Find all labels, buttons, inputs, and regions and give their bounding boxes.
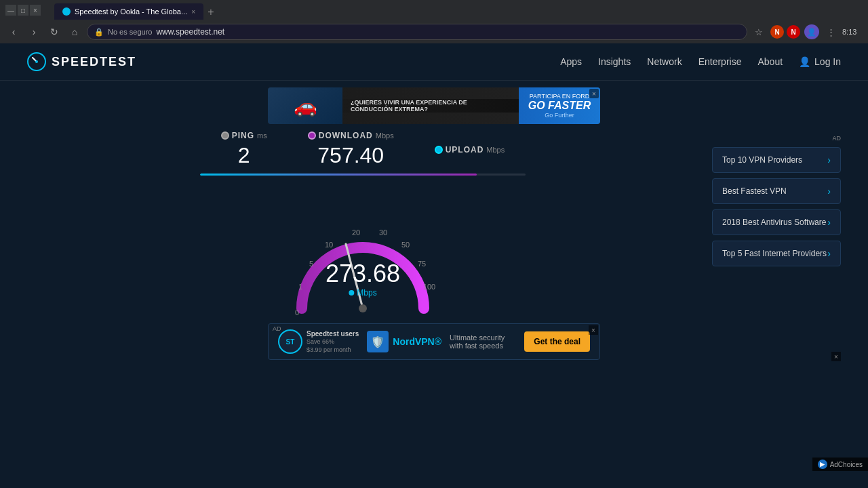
extension-icon-2[interactable]: N [787, 25, 800, 39]
active-tab[interactable]: Speedtest by Ookla - The Globa... × [54, 3, 203, 20]
tab-close-icon[interactable]: × [191, 8, 195, 16]
profile-icon[interactable]: 👤 [804, 24, 819, 39]
sidebar-ad-antivirus[interactable]: 2018 Best Antivirus Software › [712, 209, 841, 235]
browser-window: — □ × Speedtest by Ookla - The Globa... … [0, 0, 868, 488]
sidebar-ad-fastest-vpn[interactable]: Best Fastest VPN › [712, 178, 841, 204]
gauge-unit-text: Mbps [357, 288, 376, 298]
nav-enterprise[interactable]: Enterprise [698, 56, 742, 67]
nav-apps[interactable]: Apps [560, 56, 582, 67]
nav-insights[interactable]: Insights [598, 56, 631, 67]
ping-stat: PING ms 2 [221, 131, 267, 168]
svg-text:50: 50 [401, 241, 410, 249]
page-content: SPEEDTEST Apps Insights Network Enterpri… [0, 43, 868, 471]
badge-price: $3.99 per month [307, 346, 351, 353]
logo-text: SPEEDTEST [52, 55, 136, 69]
speedtest-recommended: Speedtest users [307, 329, 359, 338]
sidebar-arrow-4: › [827, 248, 831, 259]
progress-line [200, 174, 526, 176]
person-icon: 👤 [799, 56, 810, 67]
nav-links: Apps Insights Network Enterprise About 👤… [560, 56, 841, 67]
address-bar-row: ‹ › ↻ ⌂ 🔒 No es seguro www.speedtest.net… [0, 20, 868, 43]
tab-bar: Speedtest by Ookla - The Globa... × + [49, 1, 863, 20]
bottom-ad-label: AD [273, 325, 281, 332]
top-ad-headline: ¿QUIERES VIVIR UNA EXPERIENCIA DE CONDUC… [351, 99, 511, 113]
browser-controls: — □ × [5, 5, 41, 16]
svg-text:5: 5 [309, 260, 313, 268]
home-button[interactable]: ⌂ [66, 24, 83, 40]
bottom-ad-banner: AD ST Speedtest users Save 66% $3.99 per… [268, 323, 600, 360]
svg-point-3 [359, 304, 367, 312]
top-ad-close[interactable]: × [589, 89, 599, 98]
extensions-area: N N [770, 25, 800, 39]
reload-button[interactable]: ↻ [46, 24, 62, 40]
badge-save: Save 66% [307, 338, 334, 345]
get-deal-button[interactable]: Get the deal [524, 331, 590, 352]
url-text: www.speedtest.net [156, 27, 224, 37]
speedtest-badge-icon: ST [278, 329, 302, 354]
browser-titlebar: — □ × Speedtest by Ookla - The Globa... … [0, 0, 868, 20]
upload-stat: UPLOAD Mbps [435, 145, 505, 155]
svg-text:100: 100 [423, 283, 435, 291]
new-tab-button[interactable]: + [203, 5, 218, 20]
not-secure-label: No es seguro [108, 28, 152, 36]
login-label: Log In [814, 56, 841, 67]
browser-time: 8:13 [842, 28, 863, 36]
top-ad-cta-text: PARTICIPA EN FORD [530, 93, 590, 100]
lock-icon: 🔒 [94, 28, 104, 37]
svg-text:20: 20 [352, 228, 360, 237]
download-value: 757.40 [317, 143, 384, 168]
top-ad-cta[interactable]: PARTICIPA EN FORD GO FASTER Go Further [519, 87, 600, 124]
bookmark-button[interactable]: ☆ [751, 24, 766, 39]
tab-title: Speedtest by Ookla - The Globa... [75, 7, 187, 16]
ping-icon [221, 131, 229, 140]
nav-network[interactable]: Network [647, 56, 682, 67]
nordvpn-name: NordVPN® [393, 336, 441, 347]
sidebar-ads-close[interactable]: × [831, 352, 841, 361]
top-ad-banner[interactable]: 🚗 ¿QUIERES VIVIR UNA EXPERIENCIA DE COND… [268, 87, 600, 124]
download-stat: DOWNLOAD Mbps 757.40 [308, 131, 394, 168]
extension-icon-1[interactable]: N [770, 25, 784, 39]
speedtest-badge: ST Speedtest users Save 66% $3.99 per mo… [278, 329, 359, 354]
top-ad-container: AD 🚗 ¿QUIERES VIVIR UNA EXPERIENCIA DE C… [268, 87, 600, 124]
download-unit: Mbps [376, 131, 394, 140]
nordvpn-shield-icon: 🛡️ [367, 331, 389, 352]
svg-point-1 [35, 60, 38, 63]
bottom-ad-close[interactable]: × [589, 325, 598, 335]
gauge-svg: 0 1 5 10 20 30 50 75 100 [281, 180, 444, 329]
address-bar[interactable]: 🔒 No es seguro www.speedtest.net [87, 24, 747, 40]
nav-login[interactable]: 👤 Log In [799, 56, 841, 67]
sidebar-ad-label: AD [712, 135, 841, 142]
svg-text:30: 30 [379, 228, 387, 237]
svg-text:1: 1 [298, 283, 302, 291]
svg-text:0: 0 [295, 308, 299, 317]
sidebar-ads: AD Top 10 VPN Providers › Best Fastest V… [712, 131, 841, 360]
gauge-unit-dot [349, 290, 354, 296]
svg-text:10: 10 [325, 241, 333, 249]
sidebar-ad-internet[interactable]: Top 5 Fast Internet Providers › [712, 241, 841, 266]
upload-unit: Mbps [486, 146, 505, 154]
bottom-ad-description: Ultimate security with fast speeds [450, 333, 516, 350]
minimize-button[interactable]: — [5, 5, 16, 16]
adchoices-bar[interactable]: ▶ AdChoices [812, 458, 868, 471]
go-faster-text: GO FASTER [528, 100, 591, 112]
sidebar-ad-vpn-providers[interactable]: Top 10 VPN Providers › [712, 147, 841, 173]
ping-label: PING [232, 131, 254, 140]
car-icon: 🚗 [294, 95, 317, 117]
nordvpn-text: NordVPN [393, 336, 434, 347]
gauge-unit: Mbps [349, 288, 376, 298]
close-button[interactable]: × [30, 5, 41, 16]
adchoices-icon: ▶ [818, 460, 827, 469]
back-button[interactable]: ‹ [5, 24, 22, 40]
sidebar-ad-text-2: Best Fastest VPN [722, 186, 787, 196]
menu-button[interactable]: ⋮ [823, 24, 838, 39]
download-label: DOWNLOAD [319, 131, 373, 140]
forward-button[interactable]: › [26, 24, 42, 40]
logo-area: SPEEDTEST [27, 52, 136, 71]
sidebar-arrow-1: › [827, 155, 831, 165]
nav-about[interactable]: About [757, 56, 783, 67]
sidebar-ad-text-1: Top 10 VPN Providers [722, 155, 802, 165]
tab-favicon [62, 7, 71, 16]
top-ad-content: ¿QUIERES VIVIR UNA EXPERIENCIA DE CONDUC… [342, 99, 519, 113]
maximize-button[interactable]: □ [18, 5, 28, 16]
ping-unit: ms [257, 131, 267, 140]
